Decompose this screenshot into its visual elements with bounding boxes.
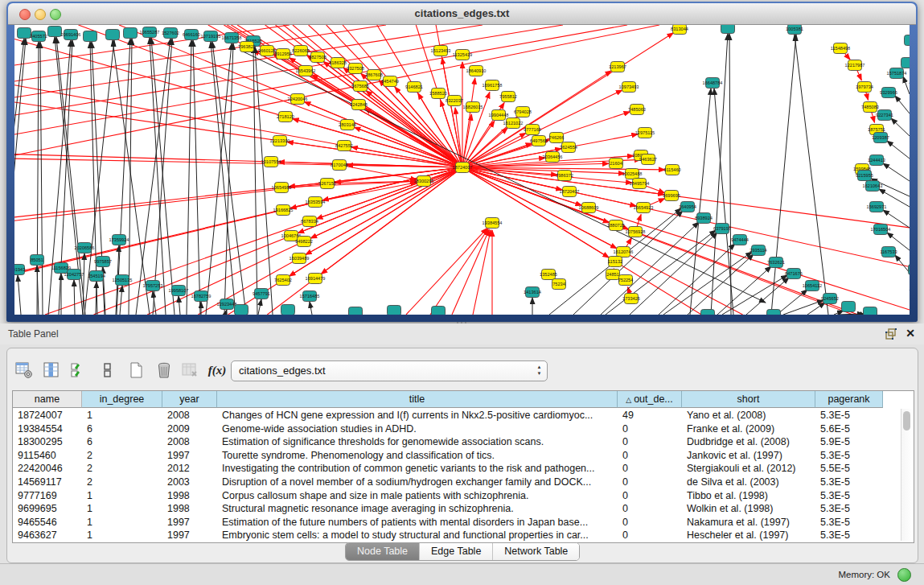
graph-node[interactable] [388, 306, 401, 315]
table-row[interactable]: 1872400712008Changes of HCN gene express… [13, 409, 901, 422]
column-header-title[interactable]: title [217, 391, 618, 408]
graph-node[interactable]: 11325419 [453, 50, 472, 60]
graph-node[interactable]: 8427552 [335, 141, 353, 151]
graph-node[interactable]: 16914479 [306, 274, 326, 284]
graph-node[interactable]: 8678334 [301, 216, 318, 227]
graph-node[interactable]: 1527602 [162, 28, 179, 39]
graph-node[interactable]: 1588520 [429, 89, 447, 99]
graph-node[interactable]: 15751874 [887, 68, 907, 79]
graph-node[interactable] [349, 307, 363, 315]
graph-node[interactable]: 7955812 [499, 92, 517, 102]
graph-node[interactable]: 1545194 [88, 271, 105, 282]
graph-node[interactable]: 19958107 [169, 286, 189, 296]
table-selector-dropdown[interactable]: citations_edges.txt ▲▼ [231, 360, 548, 381]
graph-node[interactable]: 16120746 [614, 247, 634, 257]
graph-node[interactable] [767, 310, 781, 315]
graph-node[interactable]: 19166825 [273, 205, 294, 216]
table-row[interactable]: 1830029562008Estimation of significance … [13, 435, 901, 449]
graph-node[interactable]: 746266 [549, 133, 565, 143]
graph-node[interactable]: 7485063 [628, 105, 646, 115]
graph-node[interactable]: 1413614 [524, 287, 541, 298]
graph-node[interactable] [905, 35, 910, 46]
graph-node[interactable]: 9498222 [295, 237, 313, 247]
graph-node[interactable]: 16353594 [306, 197, 326, 208]
graph-node[interactable]: 17359924 [109, 235, 129, 245]
graph-node[interactable]: 6497568 [530, 136, 548, 146]
graph-node[interactable]: 12042757 [64, 270, 84, 280]
graph-node[interactable]: 18720407 [560, 187, 580, 197]
graph-node[interactable] [124, 28, 138, 39]
table-mode-button[interactable] [14, 360, 35, 381]
graph-node[interactable]: 8313044 [671, 25, 688, 35]
graph-node[interactable]: 9699695 [663, 191, 680, 201]
graph-node[interactable]: 15692971 [867, 202, 887, 212]
graph-node[interactable]: 2935114 [749, 245, 766, 256]
graph-node[interactable]: 7986372 [556, 171, 573, 181]
graph-node[interactable]: 11548498 [831, 43, 850, 54]
graph-node[interactable]: 2803144 [339, 120, 356, 130]
graph-node[interactable]: 18300295 [414, 176, 434, 187]
graph-node[interactable]: 1352485 [540, 270, 557, 280]
tab-edge-table[interactable]: Edge Table [420, 543, 493, 560]
graph-node[interactable]: 1244413 [868, 155, 885, 166]
graph-node[interactable]: 20691406 [61, 30, 81, 40]
delete-column-button[interactable] [154, 360, 175, 381]
column-header-name[interactable]: name [13, 391, 82, 408]
graph-node[interactable]: 10654985 [272, 183, 292, 193]
graph-node[interactable]: 7625402 [274, 275, 292, 286]
graph-node[interactable]: 15716485 [300, 291, 320, 302]
scrollbar-thumb[interactable] [903, 411, 910, 431]
graph-node[interactable] [281, 305, 295, 315]
graph-node[interactable]: 16121022 [503, 118, 524, 129]
graph-node[interactable] [842, 302, 856, 312]
graph-node[interactable]: 9777169 [524, 125, 541, 135]
graph-node[interactable]: 2405572 [30, 31, 47, 42]
graph-node[interactable]: 16782759 [191, 291, 211, 302]
table-row[interactable]: 977716911998Corpus callosum shape and si… [13, 489, 901, 503]
graph-node[interactable]: 12923448 [217, 299, 237, 310]
graph-node[interactable]: 12975115 [635, 128, 655, 138]
graph-node[interactable]: 17016504 [871, 225, 891, 235]
graph-node[interactable]: 5267150 [318, 179, 336, 189]
graph-node[interactable]: 10973493 [619, 82, 639, 93]
graph-node[interactable]: 17957253 [143, 281, 163, 291]
graph-node[interactable]: 12213300 [270, 136, 290, 146]
graph-node[interactable]: 752254 [618, 275, 634, 286]
graph-node[interactable]: 1209387 [872, 133, 889, 143]
graph-node[interactable]: 7632621 [767, 257, 785, 268]
graph-node[interactable]: 6379197 [713, 224, 731, 234]
graph-node[interactable]: 16671358 [222, 33, 242, 43]
graph-node[interactable]: 1213967 [609, 62, 626, 72]
table-row[interactable]: 946554611997Estimation of the future num… [13, 516, 901, 529]
graph-node[interactable]: 19384554 [483, 218, 503, 229]
graph-node[interactable]: 5675685 [351, 81, 369, 92]
graph-node[interactable]: 18640910 [466, 66, 487, 76]
graph-node[interactable]: 12505135 [113, 275, 133, 286]
graph-node[interactable] [432, 307, 446, 315]
graph-node[interactable]: 15123493 [431, 46, 451, 56]
table-row[interactable]: 1456911722003Disruption of a novel membe… [13, 476, 901, 489]
table-row[interactable]: 1938455462009Genome-wide association stu… [13, 422, 901, 436]
network-canvas[interactable]: 1872400718300295193845542405572206914061… [14, 25, 910, 315]
graph-node[interactable] [864, 307, 877, 315]
column-header-pagerank[interactable]: pagerank [815, 391, 883, 408]
graph-node[interactable]: 20364456 [543, 152, 563, 163]
graph-node[interactable]: 1167533 [880, 247, 897, 257]
graph-node[interactable] [721, 25, 735, 34]
graph-node[interactable]: 9115460 [663, 165, 680, 175]
graph-node[interactable]: 18724007 [453, 163, 473, 173]
graph-node[interactable]: 9457791 [253, 289, 270, 299]
graph-node[interactable]: 9463627 [639, 154, 657, 165]
graph-node[interactable] [84, 31, 97, 42]
graph-node[interactable]: 12217987 [845, 60, 865, 71]
graph-node[interactable]: 10654112 [803, 281, 822, 291]
graph-node[interactable]: 115132 [608, 257, 622, 267]
graph-node[interactable]: 8186328 [329, 58, 347, 68]
graph-node[interactable]: 8912954 [274, 49, 292, 60]
graph-node[interactable]: 7963822 [238, 42, 256, 52]
new-column-button[interactable] [126, 360, 147, 381]
graph-node[interactable]: 16648784 [703, 78, 723, 89]
graph-node[interactable]: 75234 [552, 279, 566, 290]
graph-node[interactable]: 9474444 [731, 235, 749, 245]
graph-node[interactable]: 10107554 [261, 157, 281, 167]
